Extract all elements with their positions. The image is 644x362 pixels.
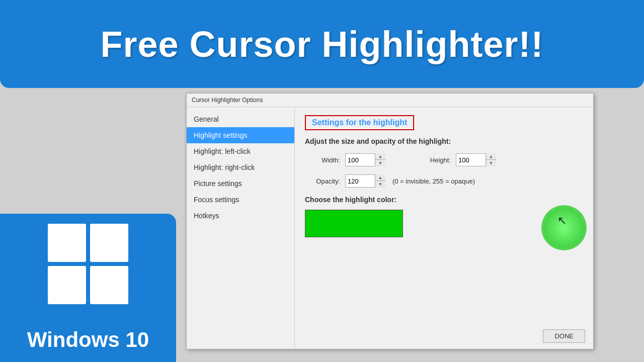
windows-logo-area: Windows 10 xyxy=(0,214,176,362)
width-spinbox[interactable]: ▲ ▼ xyxy=(345,153,385,166)
dialog-title: Cursor Highlighter Options xyxy=(192,97,263,104)
sidebar-item-highlight-settings[interactable]: Highlight settings xyxy=(187,127,294,143)
sidebar: General Highlight settings Highlight: le… xyxy=(187,107,295,349)
windows-logo xyxy=(38,224,138,321)
sidebar-item-hotkeys[interactable]: Hotkeys xyxy=(187,208,294,224)
width-height-row: Width: ▲ ▼ Height: ▲ ▼ xyxy=(305,153,583,166)
width-spin-buttons: ▲ ▼ xyxy=(375,153,385,166)
sidebar-item-highlight-rightclick[interactable]: Highlight: right-click xyxy=(187,159,294,175)
width-input[interactable] xyxy=(346,155,375,165)
sidebar-item-highlight-leftclick[interactable]: Highlight: left-click xyxy=(187,143,294,159)
windows-tile-1 xyxy=(48,224,86,262)
top-banner: Free Cursor Highlighter!! xyxy=(0,0,644,88)
height-spin-buttons: ▲ ▼ xyxy=(486,153,496,166)
dialog-titlebar: Cursor Highlighter Options xyxy=(187,94,593,107)
color-swatch[interactable] xyxy=(305,210,403,237)
dialog-body: General Highlight settings Highlight: le… xyxy=(187,107,593,349)
banner-title: Free Cursor Highlighter!! xyxy=(100,24,543,65)
sidebar-item-focus-settings[interactable]: Focus settings xyxy=(187,192,294,208)
windows-tile-4 xyxy=(90,266,128,304)
opacity-spin-buttons: ▲ ▼ xyxy=(375,174,385,188)
opacity-spinbox[interactable]: ▲ ▼ xyxy=(345,174,385,188)
height-label: Height: xyxy=(416,156,451,164)
width-spin-up[interactable]: ▲ xyxy=(375,153,385,160)
windows-badge-text: Windows 10 xyxy=(27,328,149,352)
done-button[interactable]: DONE xyxy=(543,329,585,343)
cursor-arrow-icon: ↖ xyxy=(557,214,567,227)
windows-tile-3 xyxy=(48,266,86,304)
main-content: Settings for the highlight Adjust the si… xyxy=(295,107,593,349)
height-spin-up[interactable]: ▲ xyxy=(486,153,496,160)
width-label: Width: xyxy=(305,156,340,164)
height-spinbox[interactable]: ▲ ▼ xyxy=(456,153,496,166)
width-spin-down[interactable]: ▼ xyxy=(375,160,385,166)
cursor-highlight-circle xyxy=(541,205,587,250)
windows-tile-2 xyxy=(90,224,128,262)
adjust-label: Adjust the size and opacity of the highl… xyxy=(305,137,583,145)
opacity-hint: (0 = invisible, 255 = opaque) xyxy=(392,177,475,185)
section-title: Settings for the highlight xyxy=(305,115,414,130)
height-spin-down[interactable]: ▼ xyxy=(486,160,496,166)
opacity-spin-down[interactable]: ▼ xyxy=(375,181,385,188)
dialog-window: Cursor Highlighter Options General Highl… xyxy=(186,93,594,349)
opacity-input[interactable] xyxy=(346,176,375,186)
sidebar-item-picture-settings[interactable]: Picture settings xyxy=(187,175,294,192)
opacity-label: Opacity: xyxy=(305,177,340,185)
opacity-row: Opacity: ▲ ▼ (0 = invisible, 255 = opaqu… xyxy=(305,174,583,188)
sidebar-item-general[interactable]: General xyxy=(187,111,294,127)
color-label: Choose the highlight color: xyxy=(305,196,583,204)
opacity-spin-up[interactable]: ▲ xyxy=(375,174,385,181)
height-group: Height: ▲ ▼ xyxy=(416,153,496,166)
height-input[interactable] xyxy=(456,155,486,165)
